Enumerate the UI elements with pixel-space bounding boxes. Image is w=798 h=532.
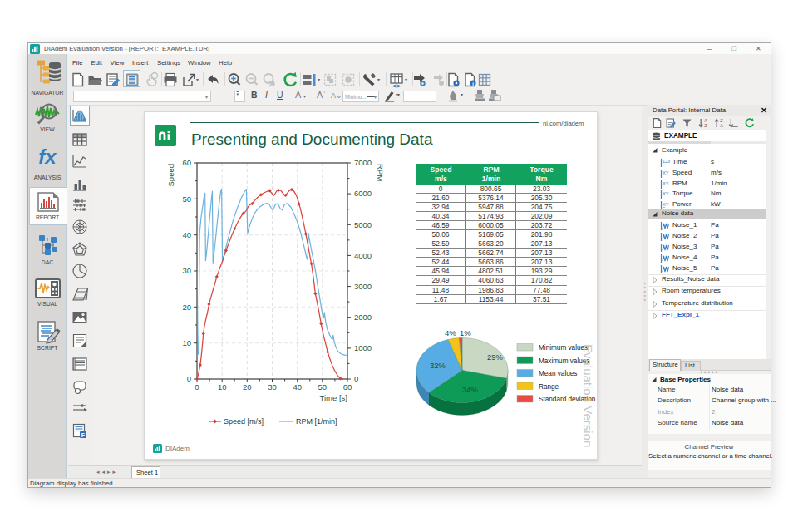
- svg-text:50: 50: [182, 195, 191, 204]
- svg-text:XY: XY: [663, 170, 669, 175]
- svg-text:10: 10: [218, 382, 227, 392]
- svg-text:40: 40: [182, 230, 191, 239]
- svg-text:10: 10: [182, 338, 191, 347]
- svg-text:50: 50: [318, 382, 328, 392]
- svg-text:0: 0: [187, 374, 191, 383]
- svg-text:7000: 7000: [354, 158, 372, 167]
- svg-text:XY: XY: [663, 191, 669, 196]
- svg-text:0: 0: [354, 374, 358, 383]
- svg-text:A: A: [704, 118, 707, 123]
- svg-text:XY: XY: [663, 181, 669, 186]
- svg-text:Time [s]: Time [s]: [320, 393, 347, 402]
- svg-text:1000: 1000: [354, 343, 372, 352]
- svg-text:<>: <>: [393, 82, 401, 89]
- svg-text:40: 40: [293, 382, 302, 392]
- svg-text:2000: 2000: [354, 313, 372, 322]
- svg-text:RPM [1/min]: RPM [1/min]: [296, 417, 337, 426]
- svg-text:Speed: Speed: [166, 164, 175, 186]
- svg-text:Z: Z: [720, 118, 723, 123]
- svg-text:30: 30: [182, 266, 191, 275]
- svg-text:60: 60: [343, 382, 352, 392]
- svg-text:32%: 32%: [430, 361, 446, 370]
- svg-text:Range: Range: [539, 383, 559, 391]
- svg-text:34%: 34%: [462, 385, 479, 394]
- svg-text:Speed [m/s]: Speed [m/s]: [224, 417, 264, 426]
- svg-text:30: 30: [268, 382, 277, 392]
- svg-text:123: 123: [663, 159, 670, 164]
- svg-text:29%: 29%: [487, 352, 504, 362]
- svg-text:20: 20: [243, 382, 252, 392]
- svg-text:1%: 1%: [460, 328, 471, 337]
- svg-text:A: A: [720, 123, 723, 128]
- svg-text:4%: 4%: [445, 328, 456, 337]
- svg-text:60: 60: [182, 158, 191, 167]
- svg-text:3000: 3000: [354, 282, 372, 291]
- svg-text:F: F: [81, 432, 86, 438]
- svg-text:20: 20: [182, 303, 191, 312]
- svg-text:4000: 4000: [354, 251, 372, 260]
- svg-text:RPM: RPM: [376, 164, 385, 181]
- svg-text:Z: Z: [704, 123, 707, 128]
- svg-text:Mean values: Mean values: [539, 370, 577, 377]
- svg-text:0: 0: [195, 382, 199, 392]
- svg-text:5000: 5000: [354, 220, 372, 229]
- svg-text:6000: 6000: [354, 189, 372, 198]
